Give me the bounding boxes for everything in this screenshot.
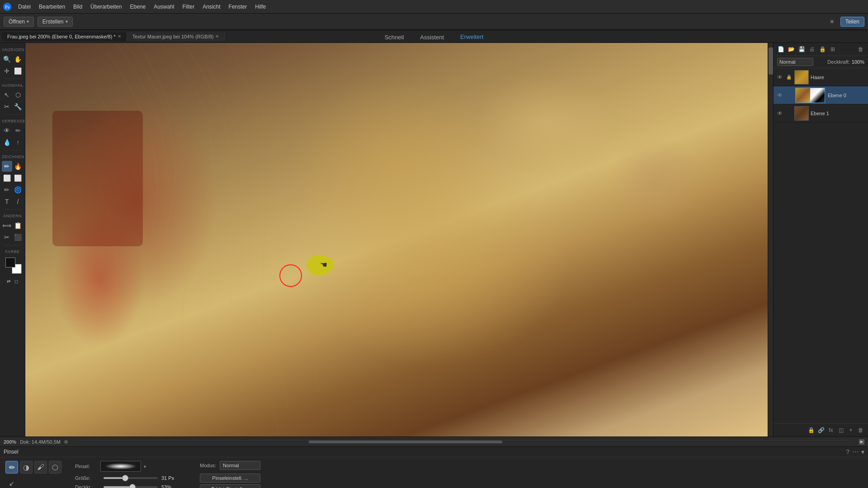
- layer-ebene0-visibility[interactable]: 👁: [776, 92, 783, 99]
- tool-smudge[interactable]: ↑: [13, 137, 24, 148]
- opacity-slider-thumb[interactable]: [129, 484, 136, 488]
- tool-crop[interactable]: ✂: [2, 101, 12, 112]
- doc-tab-1[interactable]: Textur Mauer.jpeg bei 104% (RGB/8) ✕: [127, 32, 225, 41]
- tab-schnell[interactable]: Schnell: [377, 31, 412, 43]
- tool-zoom[interactable]: 🔍: [2, 54, 12, 65]
- brush-mode-paint[interactable]: ✏: [5, 461, 18, 474]
- help-icon[interactable]: ?: [846, 448, 849, 455]
- menu-ueberarbeiten[interactable]: Überarbeiten: [87, 3, 125, 11]
- tool-pencil[interactable]: ✏: [2, 184, 12, 195]
- sun-icon[interactable]: ☀: [827, 16, 838, 27]
- open-file-icon[interactable]: 📂: [787, 45, 796, 54]
- blend-mode-select[interactable]: Normal Multiplizieren: [777, 58, 813, 66]
- grid-icon[interactable]: ⊞: [828, 45, 837, 54]
- new-layer-btn[interactable]: +: [846, 426, 855, 435]
- tool-eraser[interactable]: ⬜: [2, 173, 12, 183]
- menu-auswahl[interactable]: Auswahl: [150, 3, 178, 11]
- brush-settings: Pinsel: ▾ Größe: 31 Px Deckkr.:: [75, 461, 177, 488]
- brush-mode-mixer[interactable]: ⬡: [49, 461, 61, 474]
- new-document-icon[interactable]: 📄: [776, 45, 785, 54]
- tool-quick-selection[interactable]: ⬡: [13, 89, 24, 100]
- menu-filter[interactable]: Filter: [179, 3, 198, 11]
- app-icon: Ps: [3, 2, 12, 11]
- layer-ebene0-mask-thumb: [810, 88, 825, 103]
- settings-buttons: Pinseleinstell. ... Tablet-Einstell. ...: [200, 474, 260, 488]
- add-style-btn[interactable]: fx: [826, 426, 835, 435]
- tool-photomerge[interactable]: ⬛: [13, 232, 24, 243]
- tool-paintbucket[interactable]: ⬜: [13, 173, 24, 183]
- hscroll-thumb[interactable]: [309, 441, 502, 443]
- tool-spot-heal[interactable]: ✏: [13, 125, 24, 136]
- lock-layer-btn[interactable]: 🔒: [807, 426, 816, 435]
- scroll-right-btn[interactable]: ▶: [859, 439, 864, 445]
- tool-impressionist[interactable]: 🔥: [13, 161, 24, 172]
- left-toolbar: ANZEIGEN 🔍 ✋ ✛ ⬜ AUSWAHL ↖ ⬡ ✂ 🔧 VERBESS…: [0, 43, 25, 436]
- tool-transform[interactable]: ⟺: [2, 220, 12, 231]
- open-button[interactable]: Öffnen ▾: [4, 17, 34, 27]
- modus-select[interactable]: Normal Auflösen Multiplizieren: [220, 461, 260, 470]
- tool-clone[interactable]: 💧: [2, 137, 12, 148]
- tool-shape[interactable]: 🌀: [13, 184, 24, 195]
- status-arrow[interactable]: [64, 440, 68, 444]
- tab-assistent[interactable]: Assistent: [412, 31, 452, 43]
- share-button[interactable]: Teilen: [840, 17, 864, 27]
- tableteinstell-button[interactable]: Tablet-Einstell. ...: [200, 484, 260, 488]
- layer-haare-visibility[interactable]: 👁: [776, 74, 783, 81]
- collapse-panel-icon[interactable]: ▾: [861, 448, 864, 455]
- tool-hand[interactable]: ✋: [13, 54, 24, 65]
- opacity-slider-label: Deckkr.:: [75, 484, 100, 488]
- tool-move[interactable]: ✛: [2, 66, 12, 76]
- opacity-slider-track[interactable]: [104, 486, 158, 488]
- swap-colors[interactable]: ⇄: [5, 276, 12, 286]
- tool-brush[interactable]: ✏: [2, 161, 12, 172]
- create-button[interactable]: Erstellen ▾: [38, 17, 73, 27]
- layer-ebene1[interactable]: 👁 Ebene 1: [774, 104, 868, 122]
- more-options-icon[interactable]: ⋯: [852, 448, 859, 455]
- brush-preview[interactable]: [100, 461, 141, 472]
- pinseleinstell-button[interactable]: Pinseleinstell. ...: [200, 474, 260, 483]
- size-slider-thumb[interactable]: [122, 475, 128, 481]
- pinsel-dropdown-arrow[interactable]: ▾: [144, 464, 146, 469]
- tab-erweitert[interactable]: Erweitert: [452, 31, 491, 44]
- horizontal-scrollbar[interactable]: [76, 440, 851, 444]
- foreground-color[interactable]: [5, 258, 15, 267]
- section-zeichnen: ZEICHNEN: [2, 155, 23, 159]
- tool-content-aware[interactable]: 📋: [13, 220, 24, 231]
- tool-perspective[interactable]: 🔧: [13, 101, 24, 112]
- brush-mode-color-replace[interactable]: 🖌: [34, 461, 47, 474]
- menu-ansicht[interactable]: Ansicht: [199, 3, 224, 11]
- close-tab-1[interactable]: ✕: [215, 34, 219, 39]
- brush-mode-impressionist[interactable]: ◑: [20, 461, 33, 474]
- vscroll-thumb[interactable]: [769, 47, 773, 75]
- default-colors[interactable]: ◻: [14, 276, 20, 286]
- canvas-area[interactable]: ☚: [25, 43, 768, 436]
- tool-line[interactable]: /: [13, 196, 24, 207]
- layer-haare[interactable]: 👁 🔒 Haare: [774, 68, 868, 86]
- delete-layer-icon[interactable]: 🗑: [856, 45, 865, 54]
- tool-lasso[interactable]: ↖: [2, 89, 12, 100]
- menu-datei[interactable]: Datei: [14, 3, 34, 11]
- delete-layer-btn[interactable]: 🗑: [856, 426, 865, 435]
- close-tab-0[interactable]: ✕: [118, 34, 121, 39]
- save-icon[interactable]: 💾: [797, 45, 806, 54]
- link-layer-btn[interactable]: 🔗: [816, 426, 826, 435]
- color-swatches[interactable]: [5, 258, 22, 274]
- add-mask-btn[interactable]: ◫: [836, 426, 845, 435]
- brush-options-arrow[interactable]: ↙: [5, 477, 18, 488]
- print-icon[interactable]: 🖨: [807, 45, 816, 54]
- menu-bild[interactable]: Bild: [70, 3, 86, 11]
- menu-fenster[interactable]: Fenster: [225, 3, 251, 11]
- doc-tab-0[interactable]: Frau.jpeg bei 200% (Ebene 0, Ebenenmaske…: [2, 32, 127, 41]
- size-slider-track[interactable]: [104, 477, 158, 479]
- lock-icon[interactable]: 🔒: [818, 45, 827, 54]
- menu-ebene[interactable]: Ebene: [126, 3, 149, 11]
- tool-text[interactable]: T: [2, 196, 12, 207]
- layer-ebene1-visibility[interactable]: 👁: [776, 110, 783, 117]
- tool-red-eye[interactable]: 👁: [2, 125, 12, 136]
- layer-ebene0[interactable]: 👁 Ebene 0: [774, 86, 868, 104]
- menu-hilfe[interactable]: Hilfe: [251, 3, 269, 11]
- tool-liquify[interactable]: ✂: [2, 232, 12, 243]
- menu-bearbeiten[interactable]: Bearbeiten: [35, 3, 69, 11]
- tool-marquee[interactable]: ⬜: [13, 66, 24, 76]
- canvas-vscroll[interactable]: [768, 43, 773, 436]
